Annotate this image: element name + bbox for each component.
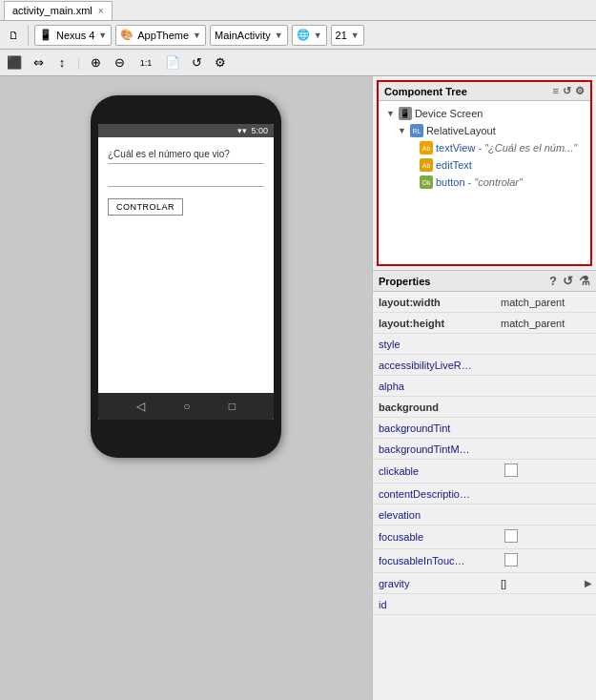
phone-edittext[interactable] xyxy=(108,172,264,187)
theme-label: AppTheme xyxy=(137,30,189,41)
prop-name-10: elevation xyxy=(373,507,497,523)
tab-bar: activity_main.xml × xyxy=(0,0,596,21)
prop-row-5[interactable]: background xyxy=(373,397,596,418)
nav-back-icon[interactable]: ◁ xyxy=(136,400,145,413)
prop-name-6: backgroundTint xyxy=(373,421,497,436)
prop-row-3[interactable]: accessibilityLiveR… xyxy=(373,355,596,376)
prop-row-13[interactable]: gravity[]▶ xyxy=(373,573,596,594)
prop-checkbox-12[interactable] xyxy=(504,553,518,566)
locale-dropdown-arrow: ▼ xyxy=(314,31,322,40)
properties-panel: Properties ? ↺ ⚗ layout:widthmatch_paren… xyxy=(373,270,596,700)
nav-home-icon[interactable]: ○ xyxy=(183,400,190,413)
prop-checkbox-11[interactable] xyxy=(504,529,518,543)
prop-row-10[interactable]: elevation xyxy=(373,504,596,525)
tree-arrow-relative: ▼ xyxy=(398,126,406,135)
device-screen-label: Device Screen xyxy=(415,108,483,119)
prop-name-0: layout:width xyxy=(373,295,497,310)
properties-filter-icon[interactable]: ⚗ xyxy=(579,274,590,288)
component-tree: Component Tree ≡ ↺ ⚙ ▼ 📱 Device Screen ▼ xyxy=(377,80,592,266)
settings-tree-icon[interactable]: ⚙ xyxy=(575,85,585,97)
secondary-toolbar: ⬛ ⇔ ↕ | ⊕ ⊖ 1:1 📄 ↺ ⚙ xyxy=(0,50,596,76)
zoom-in-btn[interactable]: ⊕ xyxy=(85,52,106,73)
api-selector[interactable]: 21 ▼ xyxy=(331,25,364,46)
prop-row-11[interactable]: focusable xyxy=(373,525,596,549)
phone-controlar-button[interactable]: CONTROLAR xyxy=(108,198,183,216)
prop-value-0: match_parent xyxy=(497,295,596,310)
device-label: Nexus 4 xyxy=(56,30,94,41)
vertical-flip-btn[interactable]: ↕ xyxy=(51,52,72,73)
tab-label: activity_main.xml xyxy=(12,5,92,16)
main-toolbar: 🗋 📱 Nexus 4 ▼ 🎨 AppTheme ▼ MainActivity … xyxy=(0,21,596,50)
toolbar-divider: | xyxy=(77,56,80,70)
tree-item-textview[interactable]: ▶ Ab textView - "¿Cuál es el núm..." xyxy=(379,139,590,156)
prop-name-1: layout:height xyxy=(373,316,497,331)
zoom-out-btn[interactable]: ⊖ xyxy=(109,52,130,73)
prop-row-2[interactable]: style xyxy=(373,334,596,355)
activity-main-tab[interactable]: activity_main.xml × xyxy=(4,1,113,20)
prop-row-12[interactable]: focusableInTouc… xyxy=(373,549,596,573)
prop-name-8: clickable xyxy=(373,463,497,479)
prop-value-1: match_parent xyxy=(497,316,596,331)
theme-selector[interactable]: 🎨 AppTheme ▼ xyxy=(115,25,206,46)
prop-value-5 xyxy=(497,405,596,409)
prop-row-6[interactable]: backgroundTint xyxy=(373,418,596,439)
prop-value-11 xyxy=(497,525,596,548)
activity-selector[interactable]: MainActivity ▼ xyxy=(210,25,288,46)
theme-icon: 🎨 xyxy=(120,29,134,41)
prop-row-8[interactable]: clickable xyxy=(373,460,596,484)
component-tree-actions: ≡ ↺ ⚙ xyxy=(553,85,585,97)
api-dropdown-arrow: ▼ xyxy=(351,31,360,40)
prop-row-7[interactable]: backgroundTintM… xyxy=(373,439,596,460)
prop-name-11: focusable xyxy=(373,529,497,545)
settings-btn[interactable]: ⚙ xyxy=(210,52,231,73)
tree-content: ▼ 📱 Device Screen ▼ RL RelativeLayout ▶ … xyxy=(379,101,590,195)
prop-row-9[interactable]: contentDescriptio… xyxy=(373,484,596,504)
fit-page-btn[interactable]: 📄 xyxy=(162,52,183,73)
phone-status-bar: ▾▾ 5:00 xyxy=(98,124,274,137)
sort-icon[interactable]: ≡ xyxy=(553,85,559,97)
phone-textview: ¿Cuál es el número que vio? xyxy=(108,149,264,164)
design-view-btn[interactable]: ⬛ xyxy=(4,52,25,73)
phone-time: 5:00 xyxy=(251,126,268,135)
properties-title: Properties xyxy=(379,276,430,287)
prop-value-14 xyxy=(497,603,596,607)
refresh-btn[interactable]: ↺ xyxy=(186,52,207,73)
tree-item-edittext[interactable]: ▶ Ab editText xyxy=(379,156,590,174)
prop-value-4 xyxy=(497,384,596,388)
prop-value-8 xyxy=(497,460,596,483)
prop-row-0[interactable]: layout:widthmatch_parent xyxy=(373,292,596,313)
tab-close-btn[interactable]: × xyxy=(98,6,104,16)
prop-row-1[interactable]: layout:heightmatch_parent xyxy=(373,313,596,334)
theme-dropdown-arrow: ▼ xyxy=(193,31,201,40)
phone-navbar: ◁ ○ □ xyxy=(98,393,274,420)
properties-refresh-icon[interactable]: ↺ xyxy=(563,274,573,288)
relativelayout-icon: RL xyxy=(410,124,423,137)
component-tree-title: Component Tree xyxy=(384,86,467,97)
refresh-tree-icon[interactable]: ↺ xyxy=(563,85,571,97)
tree-item-relativelayout[interactable]: ▼ RL RelativeLayout xyxy=(379,122,590,139)
prop-value-10 xyxy=(497,513,596,517)
tree-item-button[interactable]: ▶ Ok button - "controlar" xyxy=(379,174,590,191)
locale-selector[interactable]: 🌐 ▼ xyxy=(292,25,327,46)
properties-help-icon[interactable]: ? xyxy=(549,274,557,288)
device-selector[interactable]: 📱 Nexus 4 ▼ xyxy=(34,25,112,46)
wifi-icon: ▾▾ xyxy=(237,126,247,135)
prop-row-14[interactable]: id xyxy=(373,594,596,615)
device-screen-icon: 📱 xyxy=(399,107,412,120)
textview-icon: Ab xyxy=(420,141,433,154)
main-content: ▾▾ 5:00 ¿Cuál es el número que vio? CONT… xyxy=(0,76,596,700)
right-panel: Component Tree ≡ ↺ ⚙ ▼ 📱 Device Screen ▼ xyxy=(372,76,596,700)
textview-label: textView xyxy=(436,142,475,154)
new-file-btn[interactable]: 🗋 xyxy=(4,25,24,46)
properties-table: layout:widthmatch_parentlayout:heightmat… xyxy=(373,292,596,700)
prop-value-7 xyxy=(497,447,596,451)
prop-row-4[interactable]: alpha xyxy=(373,376,596,397)
tree-item-device-screen[interactable]: ▼ 📱 Device Screen xyxy=(379,105,590,122)
properties-header-actions: ? ↺ ⚗ xyxy=(549,274,590,288)
design-preview: ▾▾ 5:00 ¿Cuál es el número que vio? CONT… xyxy=(0,76,372,700)
nav-recents-icon[interactable]: □ xyxy=(229,400,236,413)
prop-checkbox-8[interactable] xyxy=(504,463,518,477)
horizontal-flip-btn[interactable]: ⇔ xyxy=(28,52,49,73)
actual-size-btn[interactable]: 1:1 xyxy=(133,52,159,73)
prop-arrow-13[interactable]: ▶ xyxy=(581,576,596,590)
